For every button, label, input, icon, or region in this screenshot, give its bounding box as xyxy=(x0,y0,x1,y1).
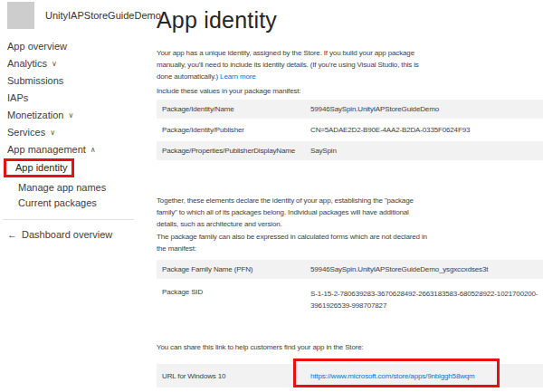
table-row: Package/Properties/PublisherDisplayName … xyxy=(157,141,543,160)
store-url-table: URL for Windows 10 https://www.microsoft… xyxy=(157,364,543,389)
sidebar-item-current-packages[interactable]: Current packages xyxy=(0,195,152,210)
calculated-line: the manifest: xyxy=(157,243,427,254)
app-header: UnityIAPStoreGuideDemo xyxy=(7,2,161,29)
row-label: Package Family Name (PFN) xyxy=(157,265,310,273)
row-value: CN=5ADAE2D2-B90E-4AA2-B2DA-0335F0624F93 xyxy=(310,126,543,134)
chevron-down-icon: ∨ xyxy=(68,111,73,120)
sidebar-item-analytics[interactable]: Analytics ∨ xyxy=(0,54,152,72)
share-heading: You can share this link to help customer… xyxy=(157,341,364,353)
sidebar-item-label: IAPs xyxy=(7,92,28,103)
sidebar-item-monetization[interactable]: Monetization ∨ xyxy=(0,106,152,123)
sidebar-item-label: Monetization xyxy=(7,110,63,120)
learn-more-link[interactable]: Learn more xyxy=(220,72,255,81)
app-name: UnityIAPStoreGuideDemo xyxy=(45,10,161,21)
intro-paragraph: Your app has a unique identity, assigned… xyxy=(157,47,419,82)
chevron-down-icon: ∨ xyxy=(52,60,57,68)
package-family-table: Package Family Name (PFN) 59946SaySpin.U… xyxy=(157,260,543,322)
table-row: URL for Windows 10 https://www.microsoft… xyxy=(157,364,543,387)
sidebar-item-services[interactable]: Services ∨ xyxy=(0,123,152,140)
row-label: Package/Identity/Name xyxy=(157,105,310,113)
back-arrow-icon: ← xyxy=(7,229,17,240)
sidebar-divider xyxy=(3,219,134,220)
table-row: Package Family Name (PFN) 59946SaySpin.U… xyxy=(157,260,543,279)
sidebar-item-label: App management xyxy=(7,144,86,155)
intro-line-text: done automatically.) xyxy=(157,72,218,81)
store-url-link[interactable]: https://www.microsoft.com/store/apps/9nb… xyxy=(310,372,475,380)
row-value: 59946SaySpin.UnityIAPStoreGuideDemo xyxy=(310,105,543,113)
sidebar-item-label: Submissions xyxy=(7,75,63,86)
intro-line: manually, you'll need to include its ide… xyxy=(157,59,419,71)
sidebar-item-submissions[interactable]: Submissions xyxy=(0,72,152,89)
table-row: Package/Identity/Publisher CN=5ADAE2D2-B… xyxy=(157,120,543,139)
page-title: App identity xyxy=(157,8,277,32)
row-value: 59946SaySpin.UnityIAPStoreGuideDemo_ysgx… xyxy=(310,265,543,273)
sidebar-item-label: Services xyxy=(7,127,45,138)
intro-line: done automatically.) Learn more xyxy=(157,71,419,82)
manifest-table: Package/Identity/Name 59946SaySpin.Unity… xyxy=(157,100,543,162)
sidebar-item-label: Current packages xyxy=(18,197,97,208)
sidebar-item-app-overview[interactable]: App overview xyxy=(0,37,152,54)
sidebar-item-manage-app-names[interactable]: Manage app names xyxy=(0,179,152,195)
row-value: SaySpin xyxy=(310,147,543,155)
chevron-up-icon: ∧ xyxy=(90,146,96,154)
back-link-label: Dashboard overview xyxy=(22,229,112,240)
table-row: Package/Identity/Name 59946SaySpin.Unity… xyxy=(157,100,543,119)
row-value: S-1-15-2-780639283-3670628492-2663183583… xyxy=(310,281,538,311)
together-paragraph: Together, these elements declare the ide… xyxy=(157,195,414,230)
together-line: details, such as architecture and versio… xyxy=(157,218,414,230)
app-icon-placeholder xyxy=(7,2,34,29)
row-label: URL for Windows 10 xyxy=(157,372,310,380)
calculated-line: The package family can also be expressed… xyxy=(157,231,427,243)
sidebar-item-iaps[interactable]: IAPs xyxy=(0,89,152,106)
together-line: Together, these elements declare the ide… xyxy=(157,195,414,206)
sidebar-nav: App overview Analytics ∨ Submissions IAP… xyxy=(0,37,152,240)
table-row: Package SID S-1-15-2-780639283-367062849… xyxy=(157,281,543,320)
calculated-paragraph: The package family can also be expressed… xyxy=(157,231,427,254)
intro-line: Your app has a unique identity, assigned… xyxy=(157,47,419,59)
main-content: App identity Your app has a unique ident… xyxy=(157,0,543,392)
sidebar-item-app-management[interactable]: App management ∧ xyxy=(0,140,152,158)
row-label: Package/Properties/PublisherDisplayName xyxy=(157,147,310,155)
row-label: Package SID xyxy=(157,281,310,296)
row-label: Package/Identity/Publisher xyxy=(157,126,310,134)
include-heading: Include these values in your package man… xyxy=(157,85,300,97)
chevron-down-icon: ∨ xyxy=(50,129,55,137)
sidebar: UnityIAPStoreGuideDemo App overview Anal… xyxy=(0,0,152,392)
sidebar-item-label: App overview xyxy=(7,41,67,52)
together-line: family" to which all of its packages bel… xyxy=(157,206,414,218)
sidebar-item-label: Manage app names xyxy=(18,182,106,193)
sidebar-item-label: Analytics xyxy=(7,58,47,69)
dashboard-overview-link[interactable]: ← Dashboard overview xyxy=(0,229,152,240)
sidebar-item-app-identity[interactable]: App identity xyxy=(4,158,74,177)
app-management-subnav: App identity Manage app names Current pa… xyxy=(0,158,152,210)
